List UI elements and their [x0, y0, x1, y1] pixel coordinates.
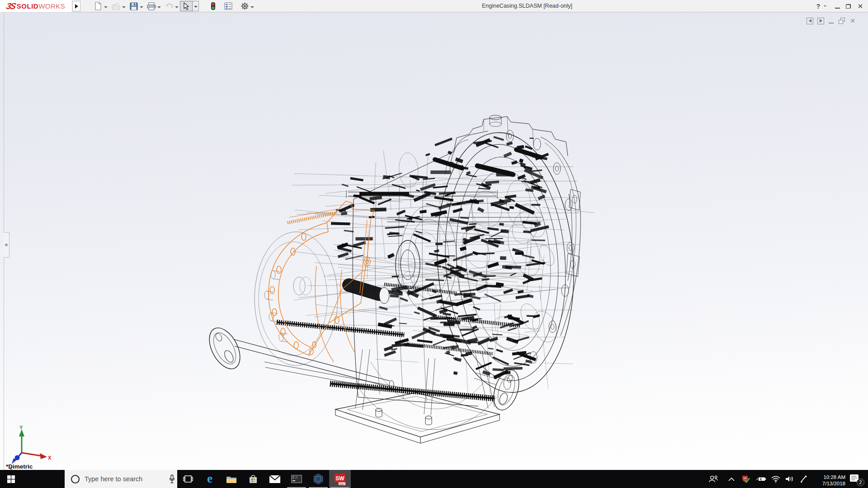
print-dropdown-caret[interactable] — [156, 5, 161, 9]
action-center-button[interactable]: 2 — [847, 470, 864, 488]
restore-icon — [846, 4, 851, 9]
print-icon — [147, 2, 156, 10]
mail-icon — [269, 475, 280, 483]
sw-letters: SW — [335, 475, 344, 482]
sw-year: 2017 — [339, 482, 344, 485]
select-tool-button[interactable] — [180, 1, 193, 11]
solidworks-taskbar-button[interactable]: SW2017 — [329, 470, 351, 488]
open-folder-icon — [112, 2, 121, 10]
solidworks-app-icon: SW2017 — [334, 473, 346, 485]
save-floppy-icon — [130, 2, 138, 10]
restore-button[interactable] — [844, 0, 853, 12]
people-icon — [708, 475, 718, 483]
pen-icon — [800, 475, 808, 483]
triangle-right-icon — [75, 4, 78, 9]
clock[interactable]: 10:28 AM 7/13/2018 — [813, 470, 845, 488]
volume-tray-button[interactable] — [783, 470, 796, 488]
screen: 3SSOLIDWORKS — [0, 0, 868, 488]
solidworks-logo: 3SSOLIDWORKS — [0, 0, 71, 12]
taskbar-search[interactable] — [65, 470, 177, 488]
microphone-icon[interactable] — [169, 474, 175, 483]
sw-shield-check-icon: sw — [741, 475, 750, 483]
left-pedal — [203, 323, 246, 374]
display-report-icon — [224, 2, 232, 10]
close-button[interactable]: ✕ — [855, 0, 865, 12]
menu-expand-button[interactable] — [72, 1, 80, 11]
help-dropdown-caret[interactable] — [824, 5, 827, 9]
store-button[interactable] — [242, 470, 264, 488]
y-axis-label: Y — [19, 425, 23, 430]
svg-text:C:\: C:\ — [292, 476, 298, 479]
command-prompt-icon: C:\ — [291, 475, 302, 483]
task-view-button[interactable] — [177, 470, 199, 488]
undo-dropdown-caret[interactable] — [174, 5, 179, 9]
print-button[interactable] — [146, 1, 156, 11]
x-axis-arrow — [40, 453, 47, 459]
store-icon — [248, 474, 258, 484]
minimize-button[interactable] — [833, 0, 842, 12]
wifi-tray-button[interactable] — [769, 470, 783, 488]
mail-button[interactable] — [264, 470, 286, 488]
cortana-icon[interactable] — [71, 475, 80, 483]
x-axis-label: X — [48, 455, 52, 460]
brand-works: WORKS — [38, 2, 65, 10]
task-view-icon — [183, 474, 193, 483]
gear-icon — [241, 2, 249, 10]
save-button[interactable] — [129, 1, 139, 11]
display-report-button[interactable] — [223, 1, 233, 11]
view-orientation-label: *Dimetric — [6, 463, 33, 470]
edge-icon: e — [207, 472, 212, 486]
document-title: EngineCasing.SLDASM [Read-only] — [482, 0, 572, 12]
new-document-button[interactable] — [93, 1, 103, 11]
options-button[interactable] — [240, 1, 250, 11]
battery-charging-icon — [755, 476, 766, 482]
undo-arrow-icon — [165, 2, 174, 10]
notification-badge: 2 — [857, 479, 864, 486]
clock-date: 7/13/2018 — [813, 480, 845, 487]
windows-logo-icon — [7, 475, 15, 483]
show-hidden-icons-button[interactable] — [725, 470, 738, 488]
windows-taskbar: e C:\ SW2017 sw — [0, 470, 868, 488]
graphics-viewport[interactable]: ✕ — [0, 12, 868, 470]
titlebar: 3SSOLIDWORKS — [0, 0, 868, 12]
search-input[interactable] — [85, 475, 169, 483]
chevron-up-icon — [728, 477, 735, 481]
ds-3s-icon: 3S — [5, 1, 16, 11]
select-arrow-icon — [183, 2, 189, 10]
solidworks-monitor-tray-button[interactable]: sw — [739, 470, 753, 488]
speaker-icon — [785, 475, 794, 483]
save-dropdown-caret[interactable] — [139, 5, 143, 9]
engine-casing-model[interactable] — [0, 13, 868, 470]
hexagon-app-icon — [313, 474, 324, 484]
y-axis-arrow — [19, 429, 24, 436]
stoplight-icon — [211, 2, 216, 10]
svg-text:sw: sw — [744, 477, 747, 479]
people-button[interactable] — [707, 470, 720, 488]
open-button[interactable] — [111, 1, 121, 11]
new-document-icon — [94, 2, 102, 10]
hexagon-app-button[interactable] — [307, 470, 329, 488]
wifi-icon — [771, 476, 780, 483]
file-explorer-button[interactable] — [221, 470, 242, 488]
minimize-icon — [835, 8, 840, 9]
clock-time: 10:28 AM — [813, 474, 845, 480]
new-dropdown-caret[interactable] — [103, 5, 108, 9]
view-stoplight-button[interactable] — [208, 1, 218, 11]
command-prompt-button[interactable]: C:\ — [286, 470, 307, 488]
battery-tray-button[interactable] — [754, 470, 768, 488]
pen-tray-button[interactable] — [797, 470, 811, 488]
select-dropdown-caret[interactable] — [193, 1, 199, 11]
options-dropdown-caret[interactable] — [250, 5, 254, 9]
open-dropdown-caret[interactable] — [121, 5, 126, 9]
undo-button[interactable] — [164, 1, 174, 11]
brand-solid: SOLID — [17, 2, 38, 10]
edge-button[interactable]: e — [199, 470, 221, 488]
help-button[interactable]: ? — [814, 0, 823, 12]
start-button[interactable] — [0, 470, 22, 488]
file-explorer-icon — [226, 475, 237, 483]
